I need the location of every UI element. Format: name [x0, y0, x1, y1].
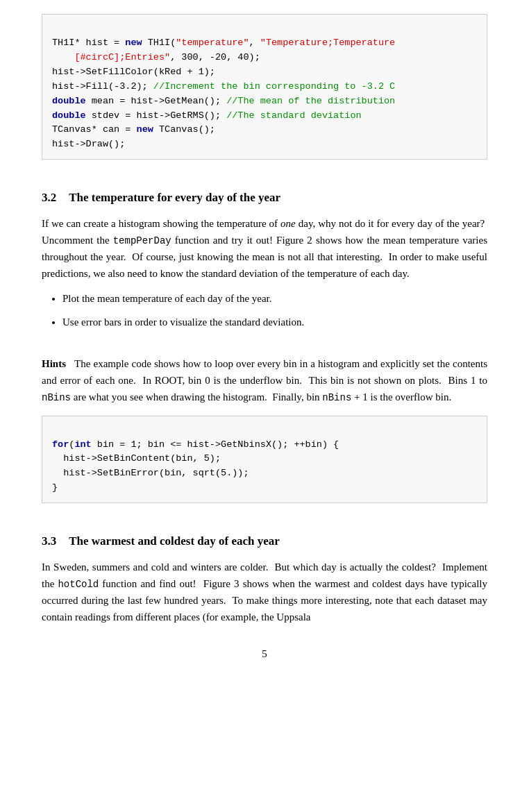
bullet-1: Plot the mean temperature of each day of…: [62, 290, 487, 307]
hints-paragraph: Hints The example code shows how to loop…: [42, 355, 487, 405]
bullet-2: Use error bars in order to visualize the…: [62, 314, 487, 330]
code-block-1: TH1I* hist = new TH1I("temperature", "Te…: [42, 14, 487, 160]
page-number: 5: [42, 646, 487, 662]
section-3-2-heading: 3.2The temperature for every day of the …: [42, 189, 487, 207]
section-3-2-body: If we can create a histogram showing the…: [42, 215, 487, 282]
section-3-2-bullets: Plot the mean temperature of each day of…: [62, 290, 487, 330]
code-block-2: for(int bin = 1; bin <= hist->GetNbinsX(…: [42, 416, 487, 504]
section-3-3-heading: 3.3The warmest and coldest day of each y…: [42, 532, 487, 550]
section-3-3-body: In Sweden, summers and cold and winters …: [42, 559, 487, 625]
